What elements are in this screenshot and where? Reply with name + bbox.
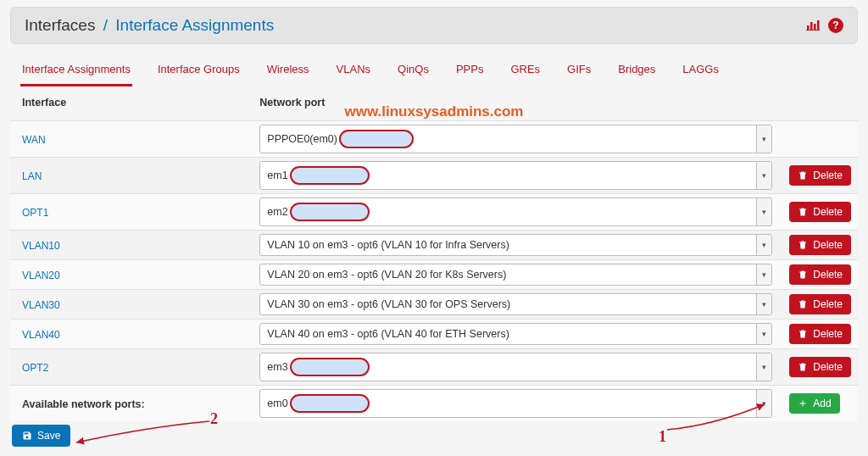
trash-icon <box>798 240 808 250</box>
table-row: VLAN30VLAN 30 on em3 - opt6 (VLAN 30 for… <box>10 290 858 320</box>
network-port-select[interactable]: VLAN 30 on em3 - opt6 (VLAN 30 for OPS S… <box>259 293 772 315</box>
redacted-mac <box>290 394 370 413</box>
interface-link[interactable]: VLAN30 <box>22 299 60 311</box>
redacted-mac <box>339 130 414 148</box>
tab-bar: Interface AssignmentsInterface GroupsWir… <box>0 44 868 86</box>
svg-rect-4 <box>806 30 820 31</box>
interface-link[interactable]: VLAN40 <box>22 329 60 341</box>
annotation-two: 2 <box>210 410 218 428</box>
delete-button[interactable]: Delete <box>789 264 851 285</box>
help-icon[interactable]: ? <box>828 18 843 33</box>
table-row: LANem1▾Delete <box>10 158 858 194</box>
tab-laggs[interactable]: LAGGs <box>681 58 721 86</box>
trash-icon <box>798 170 808 181</box>
svg-rect-0 <box>807 25 810 30</box>
redacted-mac <box>290 203 370 221</box>
breadcrumb-root[interactable]: Interfaces <box>25 16 95 34</box>
network-port-select[interactable]: PPPOE0(em0)▾ <box>259 125 772 153</box>
trash-icon <box>798 362 808 372</box>
add-button[interactable]: Add <box>789 393 839 414</box>
tab-ppps[interactable]: PPPs <box>454 58 486 86</box>
tab-gifs[interactable]: GIFs <box>565 58 593 86</box>
redacted-mac <box>290 358 370 376</box>
network-port-select[interactable]: em1▾ <box>259 161 772 190</box>
delete-button[interactable]: Delete <box>789 235 851 255</box>
network-port-select[interactable]: VLAN 40 on em3 - opt6 (VLAN 40 for ETH S… <box>259 323 772 345</box>
save-label: Save <box>37 430 60 442</box>
table-row: VLAN10VLAN 10 on em3 - opt6 (VLAN 10 for… <box>10 231 858 260</box>
chevron-down-icon[interactable]: ▾ <box>756 264 771 285</box>
save-button[interactable]: Save <box>12 425 70 447</box>
tab-bridges[interactable]: Bridges <box>616 58 657 86</box>
svg-rect-3 <box>817 20 820 30</box>
interface-link[interactable]: LAN <box>22 170 42 182</box>
chevron-down-icon[interactable]: ▾ <box>756 353 771 381</box>
trash-icon <box>798 329 808 339</box>
interface-link[interactable]: OPT2 <box>22 362 48 374</box>
col-port: Network port <box>251 86 781 121</box>
interface-link[interactable]: WAN <box>22 134 46 146</box>
trash-icon <box>798 299 808 309</box>
chevron-down-icon[interactable]: ▾ <box>756 198 771 225</box>
interface-link[interactable]: VLAN10 <box>22 240 60 252</box>
breadcrumb: Interfaces / Interface Assignments <box>25 16 274 35</box>
delete-button[interactable]: Delete <box>789 357 851 377</box>
delete-button[interactable]: Delete <box>789 165 851 186</box>
status-graph-icon[interactable] <box>806 19 820 33</box>
table-row: VLAN20VLAN 20 on em3 - opt6 (VLAN 20 for… <box>10 260 858 290</box>
interface-link[interactable]: VLAN20 <box>22 270 60 281</box>
svg-rect-1 <box>810 22 813 30</box>
interface-link[interactable]: OPT1 <box>22 207 48 219</box>
page-header: Interfaces / Interface Assignments ? <box>10 7 858 44</box>
tab-gres[interactable]: GREs <box>509 58 542 86</box>
trash-icon <box>798 207 808 217</box>
table-row: WANPPPOE0(em0)▾ <box>10 121 858 158</box>
chevron-down-icon[interactable]: ▾ <box>756 294 771 314</box>
delete-button[interactable]: Delete <box>789 202 851 222</box>
tab-qinqs[interactable]: QinQs <box>396 58 431 86</box>
trash-icon <box>798 270 808 280</box>
table-row: VLAN40VLAN 40 on em3 - opt6 (VLAN 40 for… <box>10 320 858 349</box>
col-interface: Interface <box>10 86 251 121</box>
plus-icon <box>798 398 808 409</box>
breadcrumb-current[interactable]: Interface Assignments <box>115 16 274 34</box>
tab-interface-assignments[interactable]: Interface Assignments <box>20 58 132 86</box>
annotation-one: 1 <box>659 428 666 446</box>
interface-table: Interface Network port WANPPPOE0(em0)▾LA… <box>10 86 858 421</box>
chevron-down-icon[interactable]: ▾ <box>756 324 771 344</box>
network-port-select[interactable]: em2▾ <box>259 197 772 226</box>
save-icon <box>22 431 32 441</box>
table-row: OPT2em3▾Delete <box>10 349 858 386</box>
available-ports-label: Available network ports: <box>22 398 145 410</box>
network-port-select[interactable]: VLAN 20 on em3 - opt6 (VLAN 20 for K8s S… <box>259 264 772 286</box>
redacted-mac <box>290 166 370 185</box>
tab-interface-groups[interactable]: Interface Groups <box>156 58 242 86</box>
network-port-select[interactable]: em3▾ <box>259 353 772 381</box>
delete-button[interactable]: Delete <box>789 324 851 344</box>
delete-button[interactable]: Delete <box>789 294 851 314</box>
chevron-down-icon[interactable]: ▾ <box>756 125 771 153</box>
chevron-down-icon[interactable]: ▾ <box>756 235 771 255</box>
tab-vlans[interactable]: VLANs <box>335 58 372 86</box>
chevron-down-icon[interactable]: ▾ <box>756 162 771 189</box>
svg-rect-2 <box>814 24 816 30</box>
table-row: OPT1em2▾Delete <box>10 194 858 231</box>
network-port-select[interactable]: VLAN 10 on em3 - opt6 (VLAN 10 for Infra… <box>259 234 772 256</box>
tab-wireless[interactable]: Wireless <box>265 58 311 86</box>
